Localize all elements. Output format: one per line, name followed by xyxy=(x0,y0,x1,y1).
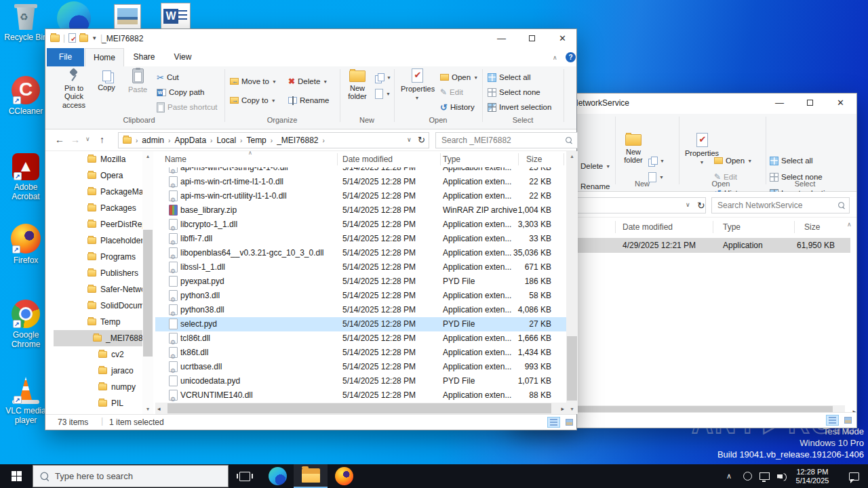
taskbar-edge-button[interactable] xyxy=(261,464,294,488)
cut-button[interactable]: ✂Cut xyxy=(157,71,179,83)
refresh-icon[interactable]: ↻ xyxy=(418,135,425,145)
copy-button[interactable]: Copy xyxy=(92,68,121,92)
file-row[interactable]: api-ms-win-crt-utility-l1-1-0.dll5/14/20… xyxy=(155,189,567,203)
delete-button[interactable]: Delete▼ xyxy=(580,160,610,172)
maximize-button[interactable] xyxy=(795,94,825,113)
desktop-icon-ccleaner[interactable]: C↗ CCleaner xyxy=(1,76,50,116)
sidebar-item-Packages[interactable]: Packages xyxy=(54,200,142,216)
copy-to-button[interactable]: →Copy to▼ xyxy=(230,94,276,106)
up-button[interactable]: ↑ xyxy=(100,134,104,145)
desktop-icon-vlc[interactable]: ↗ VLC media player xyxy=(1,375,50,425)
file-row[interactable]: ucrtbase.dll5/14/2025 12:28 PMApplicatio… xyxy=(155,360,567,374)
edit-button[interactable]: ✎Edit xyxy=(440,86,463,98)
back-button[interactable]: ← xyxy=(55,134,64,145)
horizontal-scrollbar[interactable]: ◂ ▸ xyxy=(155,403,566,414)
new-folder-button[interactable]: Newfolder xyxy=(342,68,372,101)
action-center-button[interactable] xyxy=(840,464,868,488)
help-icon[interactable]: ? xyxy=(566,52,576,62)
task-view-button[interactable] xyxy=(229,464,261,488)
open-button[interactable]: Open▼ xyxy=(714,155,752,167)
file-row[interactable]: python3.dll5/14/2025 12:28 PMApplication… xyxy=(155,289,567,303)
tray-network-icon[interactable] xyxy=(755,464,773,488)
breadcrumb-segment[interactable]: _MEI76882 xyxy=(277,136,318,145)
tab-view[interactable]: View xyxy=(164,48,201,66)
rename-button[interactable]: Rename xyxy=(288,94,329,106)
close-button[interactable]: ✕ xyxy=(825,94,856,113)
open-button[interactable]: Open▼ xyxy=(440,71,478,83)
move-to-button[interactable]: ←Move to▼ xyxy=(230,75,277,87)
vertical-scrollbar[interactable]: ▴ ▾ xyxy=(566,151,578,414)
sidebar-item-Programs[interactable]: Programs xyxy=(54,249,142,265)
scroll-left-icon[interactable]: ◂ xyxy=(157,405,161,412)
desktop-icon-recycle-bin[interactable]: ♻ Recycle Bin xyxy=(1,2,50,42)
taskbar-firefox-button[interactable] xyxy=(328,464,360,488)
sidebar-item-PIL[interactable]: PIL xyxy=(54,395,142,411)
refresh-icon[interactable]: ↻ xyxy=(697,200,705,211)
file-row[interactable]: tk86t.dll5/14/2025 12:28 PMApplication e… xyxy=(155,346,567,360)
sidebar-item-numpy[interactable]: numpy xyxy=(54,379,142,395)
scroll-up-icon[interactable]: ∧ xyxy=(847,221,852,228)
details-view-toggle[interactable] xyxy=(826,415,839,426)
properties-qat-icon[interactable] xyxy=(68,33,76,43)
file-row[interactable]: pyexpat.pyd5/14/2025 12:28 PMPYD File186… xyxy=(155,274,567,289)
pin-to-quick-access-button[interactable]: Pin to Quickaccess xyxy=(58,68,90,109)
minimize-button[interactable]: — xyxy=(486,29,517,48)
sidebar-item-_MEI76882[interactable]: _MEI76882 xyxy=(54,330,142,346)
desktop-icon-google-chrome[interactable]: ↗ Google Chrome xyxy=(1,300,50,349)
easy-access-button[interactable]: ▼ xyxy=(648,155,665,167)
new-item-button[interactable]: ▼ xyxy=(375,87,391,100)
column-name[interactable]: Name xyxy=(165,155,186,164)
close-button[interactable]: ✕ xyxy=(547,29,578,48)
column-size[interactable]: Size xyxy=(526,155,542,164)
tab-file[interactable]: File xyxy=(47,48,84,66)
tray-app-icon[interactable] xyxy=(739,464,755,488)
file-row[interactable]: libopenblas64__v0.3.21-gcc_10_3_0.dll5/1… xyxy=(155,246,567,260)
sidebar-item-PeerDistRep[interactable]: PeerDistRep xyxy=(54,216,142,232)
breadcrumb-segment[interactable]: admin xyxy=(142,136,164,145)
file-row[interactable]: api-ms-win-crt-time-l1-1-0.dll5/14/2025 … xyxy=(155,175,567,189)
column-date[interactable]: Date modified xyxy=(623,222,673,232)
search-box[interactable]: Search NetworkService xyxy=(711,197,850,214)
breadcrumb-segment[interactable]: Local xyxy=(216,136,236,145)
qat-customize-icon[interactable]: ▼ xyxy=(92,35,97,41)
details-view-toggle[interactable] xyxy=(547,417,560,428)
desktop-icon-adobe-acrobat[interactable]: ▲↗ Adobe Acrobat xyxy=(1,153,50,201)
desktop-icon-word-document[interactable]: W xyxy=(145,3,206,30)
column-type[interactable]: Type xyxy=(443,155,460,164)
select-all-button[interactable]: Select all xyxy=(488,71,531,83)
taskbar-file-explorer-button[interactable] xyxy=(294,464,328,488)
tray-volume-icon[interactable] xyxy=(773,464,791,488)
breadcrumb-segment[interactable]: AppData xyxy=(174,136,206,145)
select-all-button[interactable]: Select all xyxy=(770,155,813,167)
address-dropdown-icon[interactable]: ∨ xyxy=(686,201,690,208)
desktop-icon-firefox[interactable]: ↗ Firefox xyxy=(1,224,50,265)
delete-button[interactable]: ✖Delete▼ xyxy=(288,75,328,87)
scroll-up-icon[interactable]: ▴ xyxy=(566,153,578,159)
tray-show-hidden-icons[interactable]: ∧ xyxy=(720,464,738,488)
tab-home[interactable]: Home xyxy=(85,48,124,66)
file-row[interactable]: VCRUNTIME140.dll5/14/2025 12:28 PMApplic… xyxy=(155,388,567,403)
scroll-right-icon[interactable]: ▸ xyxy=(561,405,564,412)
file-row[interactable]: api-ms-win-crt-string-l1-1-0.dll5/14/202… xyxy=(155,167,567,175)
rename-button[interactable]: Rename xyxy=(580,180,610,192)
sidebar-item-Safer-Netwo[interactable]: Safer-Netwo xyxy=(54,281,142,298)
paste-button[interactable]: Paste xyxy=(124,68,151,94)
explorer-window-mei76882[interactable]: | ▼ | _MEI76882 — ✕ File Home Share View… xyxy=(45,28,577,430)
file-row[interactable]: select.pyd5/14/2025 12:28 PMPYD File27 K… xyxy=(155,317,567,331)
file-row[interactable]: libffi-7.dll5/14/2025 12:28 PMApplicatio… xyxy=(155,232,567,246)
minimize-button[interactable]: — xyxy=(764,94,795,113)
start-button[interactable] xyxy=(0,464,33,488)
history-button[interactable]: ↺History xyxy=(440,101,475,113)
new-folder-button[interactable]: Newfolder xyxy=(619,130,648,165)
new-folder-qat-icon[interactable] xyxy=(79,35,88,42)
maximize-button[interactable] xyxy=(517,29,547,48)
address-dropdown-icon[interactable]: ∨ xyxy=(407,136,412,143)
sidebar-item-Temp[interactable]: Temp xyxy=(54,314,142,330)
file-row[interactable]: unicodedata.pyd5/14/2025 12:28 PMPYD Fil… xyxy=(155,374,567,388)
properties-button[interactable]: Properties▼ xyxy=(401,68,433,103)
file-row[interactable]: libssl-1_1.dll5/14/2025 12:28 PMApplicat… xyxy=(155,260,567,274)
scroll-up-icon[interactable]: ▴ xyxy=(142,153,153,159)
sidebar-item-PackageMa[interactable]: PackageMa xyxy=(54,184,142,200)
taskbar-clock[interactable]: 12:28 PM 5/14/2025 xyxy=(791,464,834,488)
thumbnail-view-toggle[interactable] xyxy=(842,415,854,426)
